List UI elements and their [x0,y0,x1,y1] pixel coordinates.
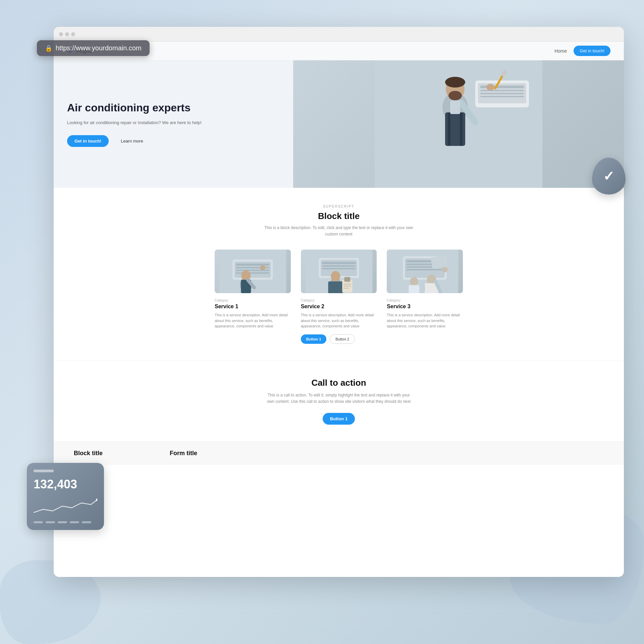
svg-point-31 [260,265,265,270]
svg-rect-52 [407,269,443,270]
browser-content[interactable]: ❄ Vegas Home Get in touch! Air condition… [54,42,624,577]
stats-dot-3 [58,521,67,523]
hero-learn-more-button[interactable]: Learn more [113,135,150,147]
cta-section: Call to action This is a call to action.… [54,361,624,441]
svg-rect-18 [448,112,450,146]
service-card-3: Category Service 3 This is a service des… [387,250,463,344]
stats-dots [34,521,97,523]
stats-widget: 132,403 [27,463,104,530]
service-3-desc: This is a service description. Add more … [387,312,463,338]
svg-point-39 [331,271,340,282]
shield-check-icon: ✓ [603,168,614,184]
service-2-btn2[interactable]: Button 2 [330,334,355,344]
browser-chrome [54,27,624,42]
service-image-svg-3 [387,250,463,293]
services-grid: Category Service 1 This is a service des… [215,250,463,344]
svg-rect-37 [322,268,356,269]
stats-dot-1 [34,521,43,523]
svg-rect-42 [344,277,350,282]
service-3-category: Category [387,299,463,302]
service-image-3 [387,250,463,293]
svg-rect-25 [236,270,269,271]
service-2-btn1[interactable]: Button 1 [301,334,327,344]
hero-illustration [293,60,624,188]
svg-rect-5 [480,90,524,91]
section-label: SUPERSCRIPT [67,205,610,208]
hero-content: Air conditioning experts Looking for air… [54,81,215,167]
svg-rect-61 [409,285,420,293]
service-image-2 [301,250,377,293]
service-2-category: Category [301,299,377,302]
svg-rect-35 [322,262,356,264]
hero-subtitle: Looking for air conditioning repair or i… [67,119,202,126]
service-1-name: Service 1 [215,304,291,310]
stats-number: 132,403 [34,477,97,491]
hero-title: Air conditioning experts [67,101,202,114]
service-image-svg-2 [301,250,377,293]
browser-dot-green [71,32,75,36]
service-2-name: Service 2 [301,304,377,310]
svg-rect-6 [480,93,524,94]
svg-rect-19 [460,112,463,146]
site-nav: Home Get in touch! [554,46,610,56]
svg-point-13 [448,91,462,100]
svg-point-15 [486,84,494,91]
stats-dot-4 [70,521,79,523]
svg-rect-44 [343,286,351,286]
service-1-category: Category [215,299,291,302]
svg-rect-7 [480,96,524,97]
svg-rect-45 [343,288,349,288]
url-bar: 🔒 https://www.yourdomain.com [37,40,150,56]
svg-rect-23 [236,264,269,266]
bottom-teaser-strip: Block title Form title [54,441,624,465]
svg-rect-40 [328,281,343,293]
nav-home[interactable]: Home [554,48,567,54]
cta-button[interactable]: Button 1 [323,413,355,425]
section-desc: This is a block description. To edit, cl… [258,225,419,237]
services-section: SUPERSCRIPT Block title This is a block … [54,188,624,361]
svg-point-60 [410,277,418,286]
svg-rect-26 [236,272,269,274]
nav-cta-button[interactable]: Get in touch! [574,46,610,56]
service-image-svg-1 [215,250,291,293]
service-1-desc: This is a service description. Add more … [215,312,291,338]
browser-dot-red [59,32,63,36]
service-3-name: Service 3 [387,304,463,310]
hero-image-area [293,60,624,188]
url-text: https://www.yourdomain.com [56,44,142,52]
service-2-desc: This is a service description. Add more … [301,312,377,329]
stats-bar [34,470,54,472]
stats-dot-2 [46,521,55,523]
service-2-buttons: Button 1 Button 2 [301,334,377,344]
stats-chart [34,496,97,516]
lock-icon: 🔒 [45,45,52,52]
browser-dots [59,32,75,36]
hero-get-in-touch-button[interactable]: Get in touch! [67,135,109,147]
cta-title: Call to action [67,378,610,388]
svg-point-58 [442,267,448,272]
svg-point-12 [445,77,465,88]
service-card-2: Category Service 2 This is a service des… [301,250,377,344]
cta-desc: This is a call to action. To edit it, si… [265,392,413,405]
bottom-block-title: Block title [74,450,103,457]
hero-buttons: Get in touch! Learn more [67,135,202,147]
browser-dot-yellow [65,32,69,36]
service-image-1 [215,250,291,293]
bottom-form-title: Form title [170,450,197,457]
section-title: Block title [67,211,610,221]
hero-section: Air conditioning experts Looking for air… [54,60,624,188]
svg-rect-36 [322,265,356,267]
stats-dot-5 [82,521,91,523]
browser-window: ❄ Vegas Home Get in touch! Air condition… [54,27,624,577]
svg-rect-17 [450,101,460,114]
svg-rect-43 [343,284,351,284]
service-card-1: Category Service 1 This is a service des… [215,250,291,344]
